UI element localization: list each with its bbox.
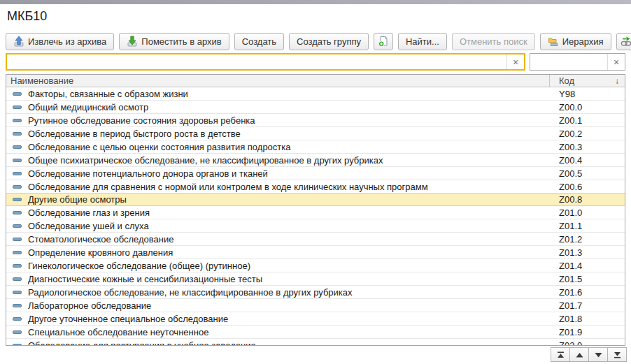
document-plus-icon [378,36,389,47]
list-item-icon [13,172,22,175]
chain-link-icon [621,36,631,47]
create-group-button[interactable]: Создать группу [289,33,369,50]
row-name-cell: Стоматологическое обследование [6,234,550,245]
list-item-icon [13,264,22,268]
put-to-archive-label: Поместить в архив [141,36,221,47]
scroll-top-icon [557,351,565,358]
row-code-label: Z01.0 [550,208,625,218]
row-name-cell: Диагностические кожные и сенсибилизацион… [6,274,550,284]
row-name-label: Обследование ушей и слуха [28,221,149,231]
row-name-cell: Обследование для сравнения с нормой или … [6,182,550,192]
scroll-up-button[interactable] [569,347,589,362]
row-name-label: Специальное обследование неуточненное [28,327,208,337]
create-by-copy-button[interactable] [374,33,393,50]
table-row[interactable]: Радиологическое обследование, не классиф… [6,286,625,299]
row-name-label: Обследование в период быстрого роста в д… [28,129,241,139]
list-item-icon [13,211,22,214]
table-row[interactable]: Другое уточненное специальное обследован… [6,312,625,326]
table-row[interactable]: Стоматологическое обследованиеZ01.2 [6,233,625,246]
hierarchy-button[interactable]: Иерархия [540,33,611,50]
row-code-label: Z01.1 [550,221,625,231]
row-code-label: Z01.8 [550,314,625,324]
table-row[interactable]: Рутинное обследование состояния здоровья… [6,114,625,127]
table-row[interactable]: Обследование потенциального донора орган… [6,167,625,180]
table-row[interactable]: Обследование глаз и зренияZ01.0 [6,206,625,219]
table-row[interactable]: Обследование ушей и слухаZ01.1 [6,219,625,233]
row-code-label: Z01.3 [550,247,625,258]
list-item-icon [13,238,22,241]
row-name-cell: Обследование глаз и зрения [6,208,550,218]
search-row: × × [6,53,625,71]
column-header-code[interactable]: Код ↓ [550,75,625,87]
row-name-cell: Обследование для поступления в учебное з… [6,340,550,347]
row-name-label: Определение кровяного давления [28,247,173,258]
list-item-icon [13,132,22,136]
table-row[interactable]: Обследование с целью оценки состояния ра… [6,140,625,154]
create-label: Создать [242,36,276,47]
archive-put-icon [127,36,138,47]
table-row[interactable]: Специальное обследование неуточненноеZ01… [6,326,625,339]
row-name-label: Лабораторное обследование [28,300,151,311]
list-item-icon [13,317,22,321]
row-name-label: Обследование для сравнения с нормой или … [28,182,428,192]
table-row[interactable]: Общий медицинский осмотрZ00.0 [6,101,625,114]
row-code-label: Z01.5 [550,274,625,284]
row-name-label: Гинекологическое обследование (общее) (р… [28,261,250,271]
scroll-down-icon [595,351,602,358]
list-item-icon [13,344,22,347]
search-input[interactable] [7,54,506,69]
column-code-label: Код [559,75,574,86]
find-button[interactable]: Найти... [398,33,447,50]
table-header: Наименование Код ↓ [6,75,625,87]
list-item-icon [13,291,22,294]
toolbar: Извлечь из архива Поместить в архив Созд… [6,32,625,50]
row-name-cell: Гинекологическое обследование (общее) (р… [6,261,550,271]
extract-from-archive-button[interactable]: Извлечь из архива [6,33,114,50]
row-name-cell: Обследование потенциального донора орган… [6,168,550,179]
row-name-cell: Определение кровяного давления [6,247,550,258]
row-name-cell: Общее психиатрическое обследование, не к… [6,155,550,166]
table-row[interactable]: Другие общие осмотрыZ00.8 [6,193,625,206]
table-row[interactable]: Диагностические кожные и сенсибилизацион… [6,272,625,286]
list-item-icon [13,304,22,307]
list-item-icon [13,105,22,109]
table-row[interactable]: Общее психиатрическое обследование, не к… [6,154,625,167]
row-code-label: Z00.1 [550,115,625,126]
table-row[interactable]: Обследование для сравнения с нормой или … [6,180,625,194]
row-name-label: Стоматологическое обследование [28,234,173,245]
scroll-to-bottom-button[interactable] [607,347,627,362]
cancel-search-button[interactable]: Отменить поиск [452,33,535,50]
row-code-label: Z00.0 [550,102,625,112]
row-code-label: Z01.7 [550,300,625,311]
table-row[interactable]: Обследование для поступления в учебное з… [6,339,625,346]
scroll-to-top-button[interactable] [551,347,570,362]
table-row[interactable]: Факторы, связанные с образом жизниY98 [6,87,625,101]
row-code-label: Z01.4 [550,261,625,271]
scroll-bottom-icon [614,351,621,358]
get-link-button[interactable] [616,33,631,50]
table-row[interactable]: Определение кровяного давленияZ01.3 [6,246,625,259]
row-name-cell: Общий медицинский осмотр [6,102,550,112]
code-filter-input[interactable] [530,54,607,70]
table-row[interactable]: Обследование в период быстрого роста в д… [6,127,625,140]
column-header-name[interactable]: Наименование [6,75,550,87]
scroll-nav-buttons [551,347,627,362]
create-group-label: Создать группу [297,36,361,47]
table-body: Факторы, связанные с образом жизниY98Общ… [6,87,625,346]
table-row[interactable]: Гинекологическое обследование (общее) (р… [6,259,625,272]
hierarchy-label: Иерархия [562,36,604,47]
find-label: Найти... [406,36,439,47]
clear-search-button[interactable]: × [506,54,524,69]
row-code-label: Z00.5 [550,168,625,179]
clear-code-filter-button[interactable]: × [607,54,625,70]
table-row[interactable]: Лабораторное обследованиеZ01.7 [6,299,625,312]
scroll-down-button[interactable] [588,347,608,362]
row-name-cell: Другие общие осмотры [6,194,550,205]
row-name-label: Обследование потенциального донора орган… [28,168,268,179]
list-item-icon [13,119,22,122]
put-to-archive-button[interactable]: Поместить в архив [119,33,229,50]
list-item-icon [13,198,22,201]
hierarchy-icon [548,36,559,47]
row-name-cell: Лабораторное обследование [6,300,550,311]
create-button[interactable]: Создать [234,33,284,50]
